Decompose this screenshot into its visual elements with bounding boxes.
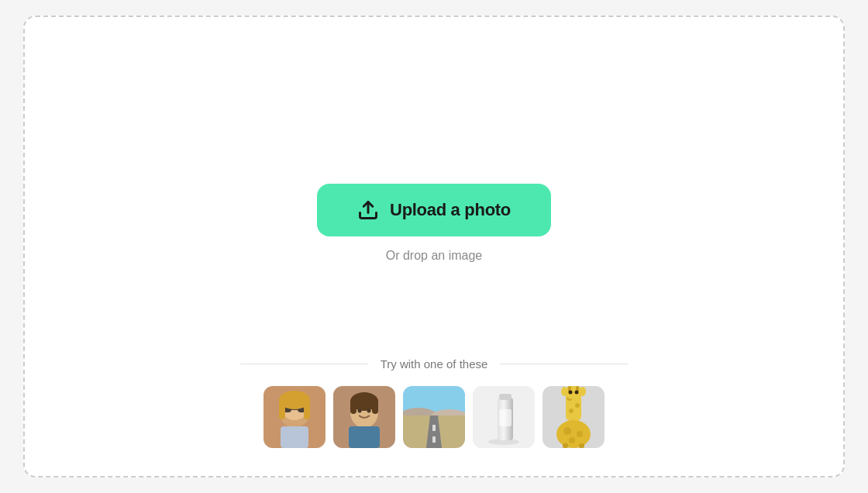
svg-rect-8 — [279, 400, 285, 419]
svg-point-44 — [563, 427, 571, 435]
sample-thumb-giraffe[interactable] — [542, 386, 604, 448]
svg-point-34 — [575, 403, 580, 408]
upload-section: Upload a photo Or drop an image — [317, 184, 551, 263]
svg-point-45 — [577, 431, 583, 437]
drop-text: Or drop an image — [386, 249, 483, 263]
svg-point-35 — [569, 409, 574, 413]
sample-section: Try with one of these — [240, 357, 628, 448]
svg-rect-14 — [350, 398, 356, 414]
svg-rect-24 — [432, 425, 436, 431]
svg-point-37 — [561, 387, 567, 396]
upload-icon — [357, 199, 379, 221]
svg-point-17 — [367, 409, 371, 413]
svg-rect-25 — [432, 436, 436, 443]
svg-rect-15 — [372, 398, 378, 414]
svg-rect-30 — [499, 409, 512, 426]
svg-rect-18 — [349, 426, 380, 448]
svg-point-43 — [556, 420, 591, 448]
svg-point-38 — [580, 387, 586, 396]
svg-point-42 — [575, 391, 579, 395]
divider-line-right — [500, 364, 628, 364]
sample-thumb-woman[interactable] — [264, 386, 326, 448]
svg-rect-29 — [499, 394, 512, 400]
svg-rect-48 — [579, 443, 584, 448]
upload-button-label: Upload a photo — [390, 200, 511, 220]
sample-divider: Try with one of these — [240, 357, 628, 371]
sample-thumb-product[interactable] — [473, 386, 535, 448]
sample-label: Try with one of these — [381, 357, 488, 371]
svg-point-41 — [569, 391, 573, 395]
upload-button[interactable]: Upload a photo — [317, 184, 551, 236]
sample-images — [264, 386, 604, 448]
svg-point-16 — [358, 409, 362, 413]
svg-rect-47 — [563, 443, 568, 448]
svg-point-46 — [569, 437, 575, 443]
sample-thumb-man[interactable] — [333, 386, 395, 448]
divider-line-left — [240, 364, 368, 364]
drop-zone[interactable]: Upload a photo Or drop an image Try with… — [23, 16, 845, 477]
svg-rect-10 — [281, 426, 308, 448]
sample-thumb-road[interactable] — [403, 386, 465, 448]
svg-rect-9 — [304, 400, 310, 419]
